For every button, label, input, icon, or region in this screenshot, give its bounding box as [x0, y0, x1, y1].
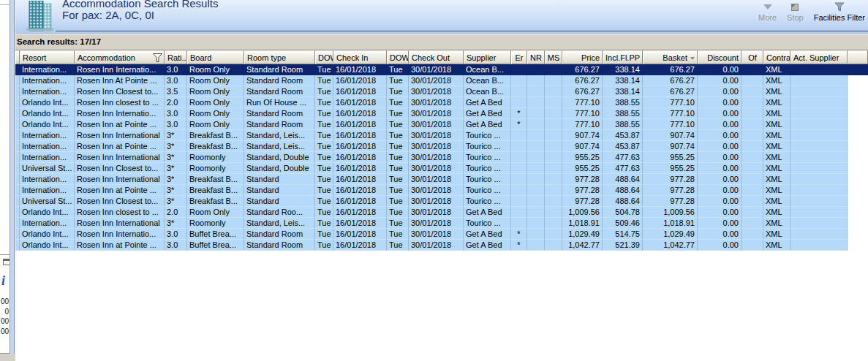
cell-supplier: Ocean B...: [464, 75, 511, 86]
header-cell-resort[interactable]: Resort: [20, 50, 75, 64]
stop-button[interactable]: Stop: [787, 1, 804, 22]
cell-ms: [545, 218, 562, 229]
cell-board: Room Only: [187, 75, 244, 86]
header-label: NR: [530, 53, 542, 62]
header-cell-check-out[interactable]: Check Out: [409, 50, 464, 64]
table-row[interactable]: Internation...Rosen Inn at Pointe ...3*B…: [15, 185, 868, 196]
table-row[interactable]: Orlando Int...Rosen Inn at Pointe ...3.0…: [15, 240, 868, 251]
cell-dow: Tue: [315, 86, 333, 97]
header-cell-price[interactable]: Price: [562, 50, 603, 64]
cell-supplier: Get A Bed: [464, 207, 511, 218]
cell-act-supplier: [790, 64, 848, 75]
cell-accommodation: Rosen Inn Internatio...: [75, 108, 165, 119]
cell-er: [511, 152, 527, 163]
cell-dow: Tue: [315, 64, 333, 75]
header-label: Supplier: [467, 53, 496, 62]
cell-price: 955.25: [562, 152, 603, 163]
cell-incl-fl-pp: 488.64: [603, 196, 643, 207]
cell-er: [511, 64, 527, 75]
cell-incl-fl-pp: 388.55: [603, 119, 643, 130]
table-row[interactable]: Internation...Rosen Inn International3*B…: [15, 130, 868, 141]
cell-basket: 676.27: [643, 64, 698, 75]
cell-contract: XML: [763, 130, 790, 141]
results-summary: Search results: 17/17: [17, 37, 101, 46]
header-cell-board[interactable]: Board: [187, 50, 244, 64]
table-row[interactable]: Orlando Int...Rosen Inn Internatio...3.0…: [15, 229, 868, 240]
header-cell-er[interactable]: Er: [511, 50, 527, 64]
cell-discount: 0.00: [698, 108, 741, 119]
cell-er: [511, 97, 527, 108]
cell-nr: [527, 119, 545, 130]
cell-accommodation: Rosen Inn closest to ...: [75, 97, 165, 108]
cell-price: 676.27: [562, 64, 603, 75]
table-row[interactable]: Internation...Rosen Inn Closest to...3.5…: [15, 86, 868, 97]
cell-accommodation: Rosen Inn International: [75, 218, 165, 229]
header-cell-ms[interactable]: MS: [545, 50, 562, 64]
cell-nr: [527, 86, 545, 97]
table-row[interactable]: Internation...Rosen Inn International3*R…: [15, 152, 868, 163]
table-row[interactable]: Internation...Rosen Inn International3*B…: [15, 174, 868, 185]
header-cell-nr[interactable]: NR: [527, 50, 545, 64]
header-cell-room-type[interactable]: Room type: [244, 50, 315, 64]
header-cell-rati[interactable]: Rati...: [165, 50, 187, 64]
header-cell-incl-fl-pp[interactable]: Incl.Fl.PP: [603, 50, 643, 64]
cell-nr: [527, 185, 545, 196]
cell-er: *: [511, 240, 527, 251]
cell-room-type: Standard: [244, 185, 315, 196]
cell-check-in: 16/01/2018: [333, 218, 387, 229]
cell-room-type: Standard: [244, 174, 315, 185]
header-cell-supplier[interactable]: Supplier: [464, 50, 511, 64]
header-cell-contract[interactable]: Contract: [763, 50, 790, 64]
table-row[interactable]: Internation...Rosen Inn Internatio...3.0…: [15, 64, 868, 75]
row-stub-right: [848, 141, 868, 152]
table-row[interactable]: Universal St...Rosen Inn Closest to...3*…: [15, 163, 868, 174]
cell-ms: [545, 75, 562, 86]
column-filter-icon[interactable]: [153, 53, 162, 62]
cell-incl-fl-pp: 453.87: [603, 141, 643, 152]
cell-contract: XML: [763, 207, 790, 218]
cell-rati: 3*: [165, 163, 187, 174]
table-row[interactable]: Universal St...Rosen Inn Closest to...3*…: [15, 196, 868, 207]
cell-resort: Orlando Int...: [20, 229, 75, 240]
cell-dow: Tue: [315, 141, 333, 152]
accommodation-search-results-window: i 0000000: [0, 0, 868, 361]
header-cell-dow[interactable]: DOW: [387, 50, 409, 64]
results-table: ResortAccommodationRati...BoardRoom type…: [15, 50, 868, 361]
cell-accommodation: Rosen Inn Closest to...: [75, 163, 165, 174]
table-row[interactable]: Internation...Rosen Inn At Pointe ...3.0…: [15, 75, 868, 86]
table-row[interactable]: Orlando Int...Rosen Inn Internatio...3.0…: [15, 108, 868, 119]
header-cell-act-supplier[interactable]: Act. Supplier: [790, 50, 848, 64]
filter-funnel-icon: [834, 1, 845, 12]
cell-ms: [545, 64, 562, 75]
background-clipped-values: 0000000: [0, 297, 9, 336]
cell-check-out: 30/01/2018: [409, 240, 464, 251]
cell-check-out: 30/01/2018: [409, 86, 464, 97]
cell-rati: 2.0: [165, 207, 187, 218]
header-cell-dow[interactable]: DOW: [315, 50, 333, 64]
table-row[interactable]: Internation...Rosen Inn International3*R…: [15, 218, 868, 229]
header-cell-discount[interactable]: Discount: [698, 50, 741, 64]
table-row[interactable]: Internation...Rosen Inn at Pointe ...3*B…: [15, 141, 868, 152]
cell-dow: Tue: [315, 97, 333, 108]
header-cell-basket[interactable]: Basket: [643, 50, 698, 64]
header-cell-of[interactable]: Of: [741, 50, 763, 64]
facilities-filter-button[interactable]: Facilities Filter: [814, 1, 865, 22]
header-cell-accommodation[interactable]: Accommodation: [75, 50, 165, 64]
cell-dow: Tue: [387, 97, 409, 108]
table-row[interactable]: Orlando Int...Rosen Inn closest to ...2.…: [15, 207, 868, 218]
table-row[interactable]: Orlando Int...Rosen Inn closest to ...2.…: [15, 97, 868, 108]
header-cell-check-in[interactable]: Check In: [333, 50, 387, 64]
row-stub-right: [848, 185, 868, 196]
cell-resort: Universal St...: [20, 196, 75, 207]
cell-supplier: Tourico ...: [464, 163, 511, 174]
cell-er: *: [511, 119, 527, 130]
cell-basket: 1,009.56: [643, 207, 698, 218]
cell-resort: Internation...: [20, 64, 75, 75]
cell-discount: 0.00: [698, 86, 741, 97]
table-row[interactable]: Orlando Int...Rosen Inn at Pointe ...3.0…: [15, 119, 868, 130]
cell-er: [511, 185, 527, 196]
cell-incl-fl-pp: 488.64: [603, 185, 643, 196]
more-button[interactable]: More: [758, 1, 777, 22]
cell-nr: [527, 152, 545, 163]
cell-ms: [545, 174, 562, 185]
